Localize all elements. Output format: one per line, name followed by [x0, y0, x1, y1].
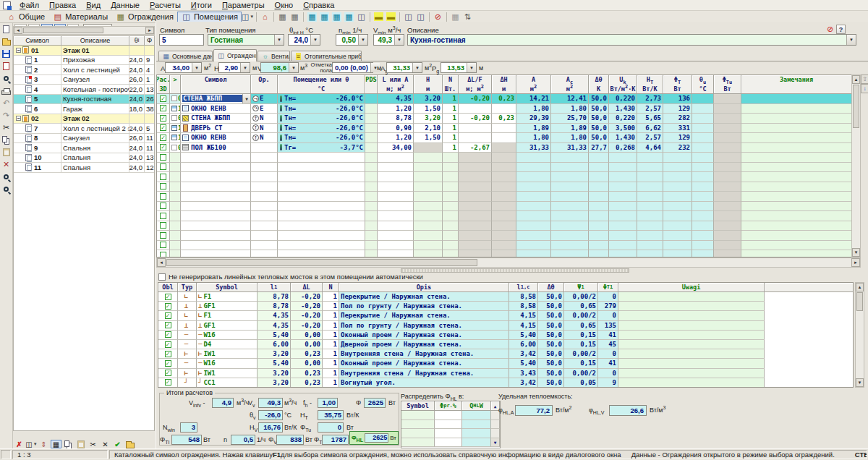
geometry-field-5[interactable]: 13,53▼ [441, 62, 477, 73]
cell-notes[interactable] [741, 231, 851, 241]
cell-Uk[interactable]: 1,430 [609, 133, 637, 143]
cell-A[interactable] [516, 172, 551, 182]
bridge-cell-0[interactable]: ✓ [158, 349, 178, 359]
cell-notes[interactable] [741, 182, 851, 192]
calc-checkbox[interactable] [160, 242, 166, 248]
cell-FTu[interactable] [714, 192, 741, 202]
cell-or[interactable]: →E [251, 94, 278, 104]
distribute-cell-0[interactable] [401, 411, 435, 420]
cell-gt[interactable]: 1 [170, 124, 181, 134]
cell-Ac[interactable]: 12,41 [551, 94, 589, 104]
cell-HT[interactable]: 2,73 [637, 94, 663, 104]
bridge-cell-4[interactable]: 0,23 [291, 369, 323, 378]
cell-notes[interactable] [741, 114, 851, 124]
bridge-cell-1[interactable]: ⊥ [178, 321, 197, 331]
cell-tu[interactable] [692, 241, 714, 251]
move-row-icon[interactable]: ⇕ [38, 440, 49, 448]
cell-room[interactable]: Тн=-26,0°C [278, 124, 365, 134]
print-preview-icon[interactable] [1, 72, 12, 85]
bridge-cell-9[interactable]: 0,15 [564, 359, 598, 368]
cell-pds[interactable] [365, 114, 378, 124]
cell-HT[interactable]: 5,65 [637, 114, 663, 124]
cell-Uk[interactable] [609, 192, 637, 202]
cell-dt[interactable]: 50,0 [589, 133, 609, 143]
bridge-cell-10[interactable]: 0 [598, 292, 618, 302]
cell-tu[interactable] [692, 104, 714, 114]
cell-ras[interactable]: ✓ [157, 124, 170, 134]
menu-item-4[interactable]: Расчеты [145, 0, 186, 10]
bridge-cell-0[interactable]: ✓ [158, 378, 178, 388]
calc-checkbox[interactable] [160, 252, 166, 257]
cell-FTu[interactable] [714, 241, 741, 251]
cell-HT[interactable] [637, 172, 663, 182]
cell-room[interactable]: Тн=-26,0°C [278, 133, 365, 143]
row-mode-dropdown[interactable]: ◫▼ [26, 440, 37, 448]
cell-or[interactable] [251, 211, 278, 221]
cell-HT[interactable] [637, 221, 663, 231]
cell-HT[interactable] [637, 202, 663, 212]
cell-FT[interactable]: 232 [663, 143, 692, 153]
calc-checkbox[interactable] [160, 232, 166, 239]
cell-ras[interactable] [157, 211, 170, 221]
bridge-cell-10[interactable]: 41 [598, 359, 618, 368]
cell-pds[interactable] [365, 104, 378, 114]
cell-dlf[interactable] [459, 172, 492, 182]
bridge-cell-7[interactable]: 6,00 [509, 340, 538, 349]
cell-notes[interactable] [741, 221, 851, 231]
cell-Uk[interactable]: 3,500 [609, 124, 637, 134]
bridge-cell-2[interactable]: ∟F1 [197, 311, 258, 320]
cell-tu[interactable] [692, 94, 714, 104]
cell-L[interactable]: 0,90 [378, 124, 414, 134]
cell-FT[interactable] [663, 192, 692, 202]
cell-pds[interactable] [365, 153, 378, 163]
distribute-cell-0[interactable] [401, 420, 435, 430]
cell-H[interactable] [414, 153, 443, 163]
cell-FT[interactable] [663, 202, 692, 212]
tab-1[interactable]: ◫Ограждения [213, 49, 257, 61]
bridge-cell-7[interactable]: 3,43 [509, 369, 538, 378]
cell-L[interactable] [378, 231, 414, 241]
cell-dh[interactable] [492, 124, 516, 134]
bridge-cell-8[interactable]: 50,0 [538, 340, 564, 349]
tab-2[interactable]: ☼Вентиляция [258, 51, 290, 61]
bridge-checkbox[interactable]: ✓ [165, 341, 171, 348]
bridge-cell-3[interactable]: 4,35 [258, 321, 291, 331]
bridge-cell-5[interactable]: 1 [323, 331, 339, 340]
cell-dt[interactable] [589, 172, 609, 182]
cell-room[interactable] [278, 250, 365, 257]
move-row-up-button[interactable]: ⇧ [861, 74, 868, 84]
cell-Uk[interactable] [609, 153, 637, 163]
cell-or[interactable] [251, 202, 278, 212]
cell-N[interactable] [443, 221, 459, 231]
menu-item-2[interactable]: Вид [81, 0, 106, 10]
chevron-down-icon[interactable]: ▼ [846, 35, 856, 45]
cell-notes[interactable] [741, 94, 851, 104]
cell-gt[interactable]: 0 [170, 143, 181, 153]
cell-ras[interactable]: ✓ [157, 104, 170, 114]
description-input[interactable]: Кухня-гостиная▼ [407, 34, 856, 46]
calc-checkbox[interactable] [160, 213, 166, 219]
abort-calculation-icon[interactable]: ⊘ [432, 12, 444, 22]
tree-row-11[interactable]: 11Спальня24,012 [14, 163, 154, 173]
clear-rows-icon[interactable]: ✕ [100, 440, 111, 448]
cell-FTu[interactable] [714, 182, 741, 192]
bridge-checkbox[interactable]: ✓ [165, 360, 171, 367]
cell-H[interactable] [414, 182, 443, 192]
cell-dh[interactable] [492, 231, 516, 241]
cell-Ac[interactable] [551, 163, 589, 173]
apply-icon[interactable]: ✔ [112, 440, 123, 448]
cell-FTu[interactable] [714, 104, 741, 114]
cell-dlf[interactable] [459, 221, 492, 231]
save-file-icon[interactable] [1, 48, 12, 60]
distribute-cell-1[interactable] [435, 438, 462, 448]
cell-L[interactable]: 8,78 [378, 114, 414, 124]
distribute-scroll-track[interactable] [491, 420, 500, 430]
cell-FTu[interactable] [714, 133, 741, 143]
chevron-down-icon[interactable]: ▼ [467, 63, 476, 72]
cell-FT[interactable] [663, 231, 692, 241]
cell-N[interactable] [443, 231, 459, 241]
cell-N[interactable] [443, 250, 459, 257]
cell-or[interactable] [251, 250, 278, 257]
cell-H[interactable] [414, 202, 443, 212]
cell-pds[interactable] [365, 163, 378, 173]
